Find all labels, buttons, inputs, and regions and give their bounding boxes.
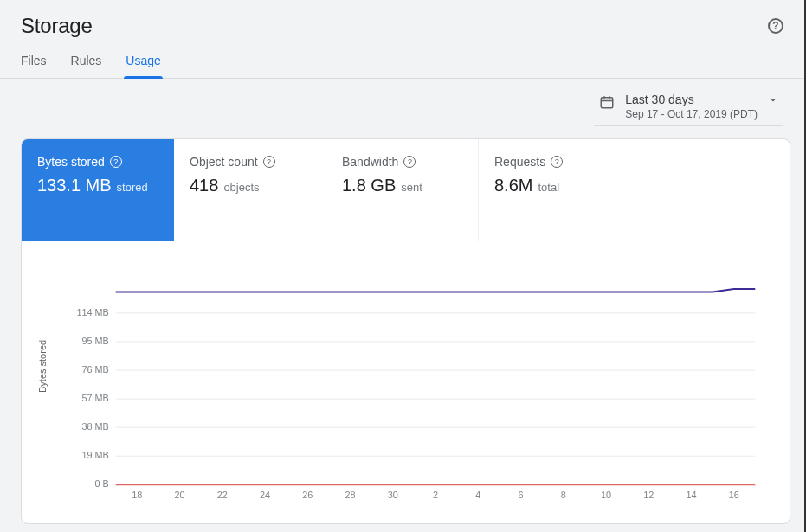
help-circle-icon[interactable]: ? xyxy=(110,156,122,168)
svg-text:14: 14 xyxy=(686,490,696,500)
svg-text:6: 6 xyxy=(518,490,523,500)
stat-suffix: sent xyxy=(401,181,422,194)
chevron-down-icon xyxy=(768,94,778,108)
stat-label: Requests xyxy=(494,155,545,169)
stat-label: Bytes stored xyxy=(37,155,105,169)
svg-text:28: 28 xyxy=(345,490,355,500)
svg-text:57 MB: 57 MB xyxy=(81,393,108,403)
page-title: Storage xyxy=(21,14,93,38)
svg-text:8: 8 xyxy=(561,490,566,500)
svg-text:10: 10 xyxy=(601,490,611,500)
help-circle-icon[interactable]: ? xyxy=(403,156,416,168)
stat-suffix: objects xyxy=(223,181,259,194)
svg-text:19 MB: 19 MB xyxy=(81,450,108,460)
svg-text:30: 30 xyxy=(388,490,398,500)
stat-tab-bytes-stored[interactable]: Bytes stored ? 133.1 MB stored xyxy=(22,139,174,241)
stat-value: 8.6M xyxy=(494,176,532,195)
stat-value: 133.1 MB xyxy=(37,176,112,195)
help-circle-icon[interactable]: ? xyxy=(263,156,275,168)
date-range-picker[interactable]: Last 30 days Sep 17 - Oct 17, 2019 (PDT) xyxy=(594,91,783,126)
stat-value: 418 xyxy=(190,176,218,195)
svg-text:22: 22 xyxy=(217,490,228,500)
svg-rect-0 xyxy=(602,98,614,108)
stat-suffix: total xyxy=(538,181,559,194)
bytes-stored-chart: 0 B19 MB38 MB57 MB76 MB95 MB114 MB182022… xyxy=(39,276,772,506)
stat-label: Object count xyxy=(190,155,258,169)
svg-text:26: 26 xyxy=(302,490,313,500)
help-circle-icon[interactable]: ? xyxy=(551,156,563,168)
date-range-label: Last 30 days xyxy=(625,93,758,106)
svg-text:4: 4 xyxy=(475,490,480,500)
stat-tab-requests[interactable]: Requests ? 8.6M total xyxy=(479,139,631,241)
tab-bar: Files Rules Usage xyxy=(0,38,804,79)
tab-rules[interactable]: Rules xyxy=(71,54,102,78)
chart-y-axis-title: Bytes stored xyxy=(37,340,48,393)
usage-card: Bytes stored ? 133.1 MB stored Object co… xyxy=(21,138,790,524)
stat-tab-bandwidth[interactable]: Bandwidth ? 1.8 GB sent xyxy=(326,139,479,241)
stat-tab-object-count[interactable]: Object count ? 418 objects xyxy=(174,139,326,241)
chart-area: Bytes stored 0 B19 MB38 MB57 MB76 MB95 M… xyxy=(22,241,790,523)
svg-text:76 MB: 76 MB xyxy=(81,364,108,375)
stat-tabs: Bytes stored ? 133.1 MB stored Object co… xyxy=(22,139,790,241)
svg-text:20: 20 xyxy=(174,490,184,500)
svg-text:114 MB: 114 MB xyxy=(76,307,108,317)
stat-label: Bandwidth xyxy=(342,155,398,169)
help-icon[interactable]: ? xyxy=(768,18,783,34)
svg-text:24: 24 xyxy=(260,490,270,500)
svg-text:95 MB: 95 MB xyxy=(81,336,108,346)
calendar-icon xyxy=(599,94,615,112)
tab-files[interactable]: Files xyxy=(21,54,47,78)
svg-text:18: 18 xyxy=(132,490,142,500)
date-range-value: Sep 17 - Oct 17, 2019 (PDT) xyxy=(625,108,758,120)
svg-text:0 B: 0 B xyxy=(95,478,109,489)
tab-usage[interactable]: Usage xyxy=(126,54,160,78)
svg-text:16: 16 xyxy=(729,490,739,500)
stat-value: 1.8 GB xyxy=(342,176,396,195)
stat-suffix: stored xyxy=(117,181,148,194)
svg-text:2: 2 xyxy=(433,490,438,500)
svg-text:38 MB: 38 MB xyxy=(81,421,108,432)
svg-text:12: 12 xyxy=(643,490,654,500)
